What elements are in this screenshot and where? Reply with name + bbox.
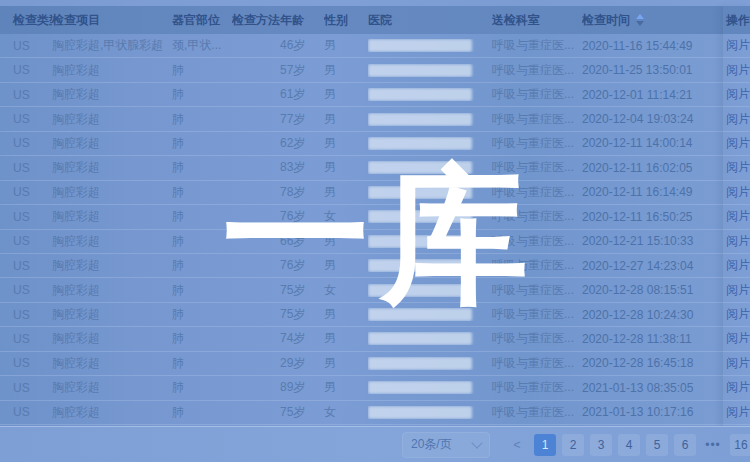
- page-ellipsis[interactable]: •••: [702, 434, 724, 456]
- cell-hospital: [368, 186, 492, 199]
- view-images-link[interactable]: 阅片: [723, 181, 750, 205]
- cell-age: 77岁: [280, 111, 324, 128]
- hospital-redacted-box: [368, 137, 472, 150]
- cell-age: 83岁: [280, 159, 324, 176]
- sort-carets-icon[interactable]: [636, 14, 644, 26]
- cell-time: 2020-12-11 16:02:05: [582, 161, 710, 175]
- hospital-redacted-box: [368, 332, 472, 345]
- cell-hospital: [368, 284, 492, 297]
- view-images-link[interactable]: 阅片: [723, 58, 750, 82]
- table-row[interactable]: US胸腔彩超肺66岁男呼吸与重症医...2020-12-21 15:10:33: [0, 230, 750, 254]
- column-header-label: 检查类型: [13, 13, 52, 27]
- view-images-link[interactable]: 阅片: [723, 132, 750, 156]
- cell-type: US: [0, 234, 52, 248]
- cell-age: 57岁: [280, 62, 324, 79]
- view-images-link[interactable]: 阅片: [723, 278, 750, 302]
- table-row[interactable]: US胸腔彩超肺61岁男呼吸与重症医...2020-12-01 11:14:21: [0, 83, 750, 107]
- cell-type: US: [0, 283, 52, 297]
- cell-organ: 肺: [172, 330, 232, 347]
- cell-dept: 呼吸与重症医...: [492, 86, 582, 103]
- page-button-1[interactable]: 1: [534, 434, 556, 456]
- page-button-4[interactable]: 4: [618, 434, 640, 456]
- view-images-link[interactable]: 阅片: [723, 107, 750, 131]
- cell-organ: 肺: [172, 184, 232, 201]
- view-images-link[interactable]: 阅片: [723, 230, 750, 254]
- table-row[interactable]: US胸腔彩超肺76岁女呼吸与重症医...2020-12-11 16:50:25: [0, 205, 750, 229]
- column-header-organ: 器官部位: [172, 12, 232, 29]
- view-images-link[interactable]: 阅片: [723, 83, 750, 107]
- view-images-link[interactable]: 阅片: [723, 254, 750, 278]
- column-header-item: 检查项目: [52, 12, 172, 29]
- table-row[interactable]: US胸腔彩超,甲状腺彩超颈,甲状...46岁男呼吸与重症医...2020-11-…: [0, 34, 750, 58]
- table-row[interactable]: US胸腔彩超肺78岁男呼吸与重症医...2020-12-11 16:14:49: [0, 181, 750, 205]
- cell-item: 胸腔彩超: [52, 306, 172, 323]
- cell-time: 2021-01-13 08:35:05: [582, 381, 710, 395]
- cell-type: US: [0, 88, 52, 102]
- sort-desc-icon[interactable]: [636, 21, 644, 26]
- page-button-5[interactable]: 5: [646, 434, 668, 456]
- cell-hospital: [368, 137, 492, 150]
- table-header-row: 检查类型检查项目器官部位检查方法年龄性别医院送检科室检查时间: [0, 6, 750, 34]
- table-row[interactable]: US胸腔彩超肺74岁男呼吸与重症医...2020-12-28 11:38:11: [0, 327, 750, 351]
- cell-item: 胸腔彩超: [52, 135, 172, 152]
- page-button-2[interactable]: 2: [562, 434, 584, 456]
- sort-asc-icon[interactable]: [636, 14, 644, 19]
- cell-item: 胸腔彩超: [52, 404, 172, 421]
- cell-type: US: [0, 185, 52, 199]
- view-images-link[interactable]: 阅片: [723, 303, 750, 327]
- view-images-link[interactable]: 阅片: [723, 376, 750, 400]
- column-header-label: 器官部位: [172, 13, 220, 27]
- cell-time: 2020-12-28 11:38:11: [582, 332, 710, 346]
- cell-gender: 女: [324, 282, 368, 299]
- hospital-redacted-box: [368, 210, 472, 223]
- cell-organ: 肺: [172, 111, 232, 128]
- cell-type: US: [0, 136, 52, 150]
- exam-table: 检查类型检查项目器官部位检查方法年龄性别医院送检科室检查时间 US胸腔彩超,甲状…: [0, 6, 750, 425]
- table-row[interactable]: US胸腔彩超肺75岁女呼吸与重症医...2021-01-13 10:17:16: [0, 401, 750, 425]
- cell-time: 2020-12-04 19:03:24: [582, 112, 710, 126]
- cell-dept: 呼吸与重症医...: [492, 330, 582, 347]
- cell-hospital: [368, 308, 492, 321]
- cell-organ: 肺: [172, 135, 232, 152]
- cell-organ: 肺: [172, 404, 232, 421]
- cell-hospital: [368, 210, 492, 223]
- table-row[interactable]: US胸腔彩超肺89岁男呼吸与重症医...2021-01-13 08:35:05: [0, 376, 750, 400]
- view-images-link[interactable]: 阅片: [723, 401, 750, 425]
- table-row[interactable]: US胸腔彩超肺76岁男呼吸与重症医...2020-12-27 14:23:04: [0, 254, 750, 278]
- view-images-link[interactable]: 阅片: [723, 352, 750, 376]
- prev-page-button[interactable]: <: [506, 434, 528, 456]
- view-images-link[interactable]: 阅片: [723, 156, 750, 180]
- column-header-label: 检查时间: [582, 12, 630, 29]
- cell-gender: 男: [324, 306, 368, 323]
- cell-organ: 肺: [172, 379, 232, 396]
- page-button-6[interactable]: 6: [674, 434, 696, 456]
- view-images-link[interactable]: 阅片: [723, 34, 750, 58]
- cell-age: 75岁: [280, 404, 324, 421]
- page-size-select[interactable]: 20条/页: [402, 432, 490, 458]
- action-column-fixed: 操作 阅片阅片阅片阅片阅片阅片阅片阅片阅片阅片阅片阅片阅片阅片阅片阅片: [723, 6, 750, 427]
- cell-time: 2020-12-28 16:45:18: [582, 356, 710, 370]
- table-row[interactable]: US胸腔彩超肺62岁男呼吸与重症医...2020-12-11 14:00:14: [0, 132, 750, 156]
- page-button-16[interactable]: 16: [730, 434, 750, 456]
- cell-dept: 呼吸与重症医...: [492, 257, 582, 274]
- cell-item: 胸腔彩超: [52, 184, 172, 201]
- table-row[interactable]: US胸腔彩超肺77岁男呼吸与重症医...2020-12-04 19:03:24: [0, 107, 750, 131]
- cell-gender: 女: [324, 208, 368, 225]
- cell-time: 2020-12-11 14:00:14: [582, 136, 710, 150]
- column-header-hospital: 医院: [368, 12, 492, 29]
- column-header-label: 年龄: [280, 13, 304, 27]
- view-images-link[interactable]: 阅片: [723, 327, 750, 351]
- cell-hospital: [368, 381, 492, 394]
- table-row[interactable]: US胸腔彩超肺75岁男呼吸与重症医...2020-12-28 10:24:30: [0, 303, 750, 327]
- cell-item: 胸腔彩超,甲状腺彩超: [52, 37, 172, 54]
- table-row[interactable]: US胸腔彩超肺57岁男呼吸与重症医...2020-11-25 13:50:01: [0, 58, 750, 82]
- table-row[interactable]: US胸腔彩超肺29岁男呼吸与重症医...2020-12-28 16:45:18: [0, 352, 750, 376]
- table-row[interactable]: US胸腔彩超肺83岁男呼吸与重症医...2020-12-11 16:02:05: [0, 156, 750, 180]
- view-images-link[interactable]: 阅片: [723, 205, 750, 229]
- column-header-time[interactable]: 检查时间: [582, 12, 710, 29]
- table-row[interactable]: US胸腔彩超肺75岁女呼吸与重症医...2020-12-28 08:15:51: [0, 278, 750, 302]
- cell-age: 76岁: [280, 208, 324, 225]
- page-button-3[interactable]: 3: [590, 434, 612, 456]
- cell-hospital: [368, 39, 492, 52]
- cell-type: US: [0, 381, 52, 395]
